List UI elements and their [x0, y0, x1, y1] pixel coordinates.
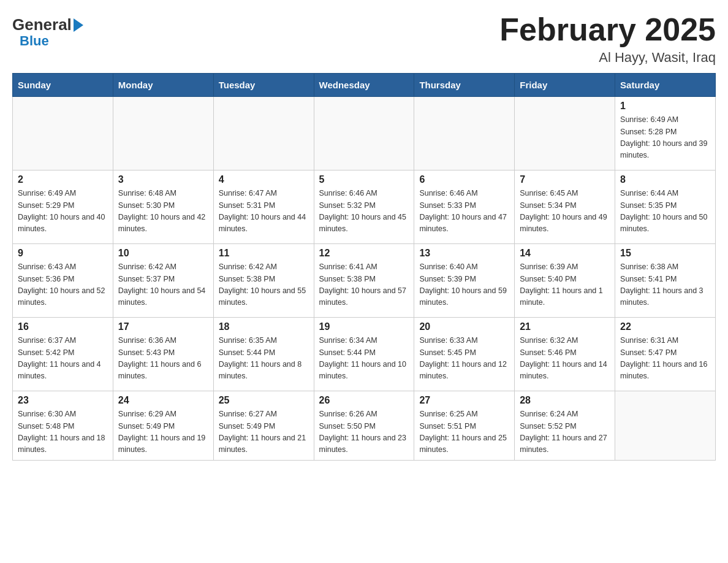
- calendar-day-cell: 2Sunrise: 6:49 AMSunset: 5:29 PMDaylight…: [13, 170, 113, 244]
- day-number: 19: [319, 321, 409, 332]
- day-info: Sunrise: 6:32 AMSunset: 5:46 PMDaylight:…: [520, 335, 610, 383]
- day-number: 1: [620, 101, 710, 112]
- weekday-header-monday: Monday: [113, 74, 213, 97]
- weekday-header-row: SundayMondayTuesdayWednesdayThursdayFrid…: [13, 74, 716, 97]
- day-info: Sunrise: 6:46 AMSunset: 5:32 PMDaylight:…: [319, 188, 409, 236]
- calendar-day-cell: 14Sunrise: 6:39 AMSunset: 5:40 PMDayligh…: [515, 244, 615, 318]
- daylight-text: Daylight: 11 hours and 3 minutes.: [620, 285, 710, 309]
- day-number: 21: [520, 321, 610, 332]
- sunset-text: Sunset: 5:36 PM: [18, 274, 108, 285]
- sunset-text: Sunset: 5:31 PM: [219, 200, 309, 212]
- day-number: 23: [18, 395, 108, 406]
- logo-blue-text: Blue: [20, 33, 83, 49]
- calendar-day-cell: [515, 97, 615, 170]
- sunrise-text: Sunrise: 6:32 AM: [520, 335, 610, 347]
- day-info: Sunrise: 6:46 AMSunset: 5:33 PMDaylight:…: [419, 188, 509, 236]
- day-info: Sunrise: 6:47 AMSunset: 5:31 PMDaylight:…: [219, 188, 309, 236]
- day-info: Sunrise: 6:38 AMSunset: 5:41 PMDaylight:…: [620, 261, 710, 309]
- calendar-week-row: 16Sunrise: 6:37 AMSunset: 5:42 PMDayligh…: [13, 318, 716, 391]
- sunrise-text: Sunrise: 6:45 AM: [520, 188, 610, 199]
- logo-arrow-icon: [74, 18, 83, 32]
- day-number: 5: [319, 174, 409, 185]
- month-title: February 2025: [499, 12, 716, 47]
- calendar-day-cell: 12Sunrise: 6:41 AMSunset: 5:38 PMDayligh…: [314, 244, 414, 318]
- day-info: Sunrise: 6:42 AMSunset: 5:37 PMDaylight:…: [118, 261, 208, 309]
- daylight-text: Daylight: 10 hours and 54 minutes.: [118, 285, 208, 309]
- calendar-day-cell: 26Sunrise: 6:26 AMSunset: 5:50 PMDayligh…: [314, 391, 414, 461]
- sunset-text: Sunset: 5:52 PM: [520, 421, 610, 432]
- sunset-text: Sunset: 5:38 PM: [219, 274, 309, 285]
- daylight-text: Daylight: 10 hours and 57 minutes.: [319, 285, 409, 309]
- calendar-day-cell: 7Sunrise: 6:45 AMSunset: 5:34 PMDaylight…: [515, 170, 615, 244]
- day-info: Sunrise: 6:26 AMSunset: 5:50 PMDaylight:…: [319, 408, 409, 456]
- sunrise-text: Sunrise: 6:34 AM: [319, 335, 409, 347]
- calendar-day-cell: 20Sunrise: 6:33 AMSunset: 5:45 PMDayligh…: [414, 318, 515, 391]
- day-number: 25: [219, 395, 309, 406]
- daylight-text: Daylight: 11 hours and 27 minutes.: [520, 432, 610, 456]
- sunrise-text: Sunrise: 6:48 AM: [118, 188, 208, 199]
- sunset-text: Sunset: 5:50 PM: [319, 421, 409, 432]
- day-info: Sunrise: 6:36 AMSunset: 5:43 PMDaylight:…: [118, 335, 208, 383]
- daylight-text: Daylight: 11 hours and 10 minutes.: [319, 359, 409, 383]
- daylight-text: Daylight: 11 hours and 23 minutes.: [319, 432, 409, 456]
- calendar-day-cell: [314, 97, 414, 170]
- calendar-day-cell: 5Sunrise: 6:46 AMSunset: 5:32 PMDaylight…: [314, 170, 414, 244]
- daylight-text: Daylight: 10 hours and 42 minutes.: [118, 212, 208, 236]
- day-number: 16: [18, 321, 108, 332]
- daylight-text: Daylight: 11 hours and 14 minutes.: [520, 359, 610, 383]
- sunrise-text: Sunrise: 6:46 AM: [319, 188, 409, 199]
- day-info: Sunrise: 6:33 AMSunset: 5:45 PMDaylight:…: [419, 335, 509, 383]
- sunset-text: Sunset: 5:49 PM: [118, 421, 208, 432]
- daylight-text: Daylight: 10 hours and 40 minutes.: [18, 212, 108, 236]
- logo-general: General: [12, 15, 83, 34]
- calendar-day-cell: 17Sunrise: 6:36 AMSunset: 5:43 PMDayligh…: [113, 318, 213, 391]
- weekday-header-saturday: Saturday: [615, 74, 716, 97]
- day-info: Sunrise: 6:30 AMSunset: 5:48 PMDaylight:…: [18, 408, 108, 456]
- day-number: 26: [319, 395, 409, 406]
- day-number: 2: [18, 174, 108, 185]
- calendar-day-cell: 4Sunrise: 6:47 AMSunset: 5:31 PMDaylight…: [213, 170, 314, 244]
- calendar-day-cell: 24Sunrise: 6:29 AMSunset: 5:49 PMDayligh…: [113, 391, 213, 461]
- day-number: 24: [118, 395, 208, 406]
- day-number: 8: [620, 174, 710, 185]
- calendar-day-cell: 6Sunrise: 6:46 AMSunset: 5:33 PMDaylight…: [414, 170, 515, 244]
- logo: General Blue: [12, 15, 83, 49]
- daylight-text: Daylight: 11 hours and 21 minutes.: [219, 432, 309, 456]
- day-info: Sunrise: 6:48 AMSunset: 5:30 PMDaylight:…: [118, 188, 208, 236]
- calendar-day-cell: 21Sunrise: 6:32 AMSunset: 5:46 PMDayligh…: [515, 318, 615, 391]
- day-info: Sunrise: 6:45 AMSunset: 5:34 PMDaylight:…: [520, 188, 610, 236]
- sunset-text: Sunset: 5:33 PM: [419, 200, 509, 212]
- day-number: 27: [419, 395, 509, 406]
- daylight-text: Daylight: 10 hours and 45 minutes.: [319, 212, 409, 236]
- sunset-text: Sunset: 5:30 PM: [118, 200, 208, 212]
- weekday-header-sunday: Sunday: [13, 74, 113, 97]
- calendar-day-cell: [414, 97, 515, 170]
- day-info: Sunrise: 6:44 AMSunset: 5:35 PMDaylight:…: [620, 188, 710, 236]
- calendar-day-cell: 8Sunrise: 6:44 AMSunset: 5:35 PMDaylight…: [615, 170, 716, 244]
- sunrise-text: Sunrise: 6:44 AM: [620, 188, 710, 199]
- daylight-text: Daylight: 10 hours and 50 minutes.: [620, 212, 710, 236]
- sunset-text: Sunset: 5:42 PM: [18, 347, 108, 359]
- sunrise-text: Sunrise: 6:25 AM: [419, 408, 509, 420]
- daylight-text: Daylight: 11 hours and 4 minutes.: [18, 359, 108, 383]
- calendar-day-cell: 22Sunrise: 6:31 AMSunset: 5:47 PMDayligh…: [615, 318, 716, 391]
- day-number: 13: [419, 248, 509, 259]
- day-number: 3: [118, 174, 208, 185]
- sunrise-text: Sunrise: 6:29 AM: [118, 408, 208, 420]
- calendar-day-cell: [13, 97, 113, 170]
- calendar-week-row: 2Sunrise: 6:49 AMSunset: 5:29 PMDaylight…: [13, 170, 716, 244]
- sunrise-text: Sunrise: 6:46 AM: [419, 188, 509, 199]
- sunset-text: Sunset: 5:44 PM: [319, 347, 409, 359]
- daylight-text: Daylight: 11 hours and 1 minute.: [520, 285, 610, 309]
- day-info: Sunrise: 6:39 AMSunset: 5:40 PMDaylight:…: [520, 261, 610, 309]
- sunrise-text: Sunrise: 6:38 AM: [620, 261, 710, 273]
- weekday-header-friday: Friday: [515, 74, 615, 97]
- sunset-text: Sunset: 5:32 PM: [319, 200, 409, 212]
- day-info: Sunrise: 6:43 AMSunset: 5:36 PMDaylight:…: [18, 261, 108, 309]
- day-number: 11: [219, 248, 309, 259]
- calendar-day-cell: 11Sunrise: 6:42 AMSunset: 5:38 PMDayligh…: [213, 244, 314, 318]
- sunset-text: Sunset: 5:35 PM: [620, 200, 710, 212]
- calendar-day-cell: 1Sunrise: 6:49 AMSunset: 5:28 PMDaylight…: [615, 97, 716, 170]
- weekday-header-wednesday: Wednesday: [314, 74, 414, 97]
- calendar-day-cell: 9Sunrise: 6:43 AMSunset: 5:36 PMDaylight…: [13, 244, 113, 318]
